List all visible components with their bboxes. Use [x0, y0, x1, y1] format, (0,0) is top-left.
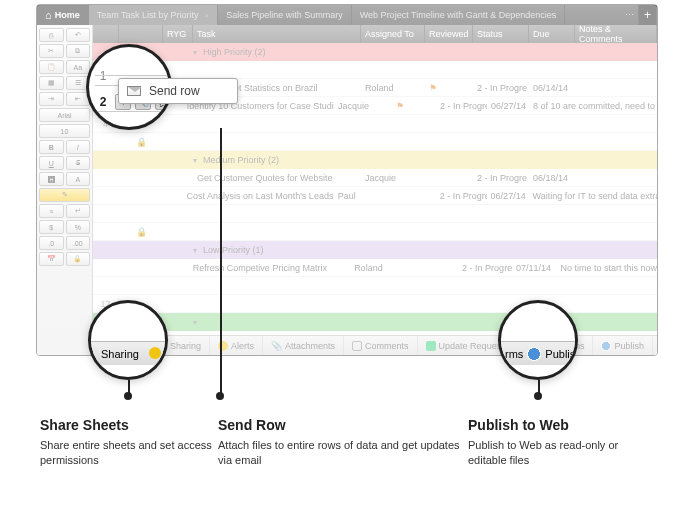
bold-button[interactable]: B — [39, 140, 64, 154]
table-row[interactable]: 🔒 — [93, 133, 657, 151]
tab-add[interactable]: + — [639, 5, 657, 25]
col-status[interactable]: Status — [473, 25, 529, 43]
col-task[interactable]: Task — [193, 25, 361, 43]
highlight-button[interactable]: ✎ — [39, 188, 90, 202]
collapse-icon[interactable]: ▾ — [193, 48, 197, 57]
attachments-button[interactable]: 📎Attachments — [263, 336, 344, 355]
envelope-icon — [127, 86, 141, 96]
tool-paste-icon[interactable]: 📋 — [39, 60, 64, 74]
leader-dot — [534, 392, 542, 400]
tab-timeline[interactable]: Web Project Timeline with Gantt & Depend… — [352, 5, 565, 25]
col-reviewed[interactable]: Reviewed — [425, 25, 473, 43]
sharing-label: Sharing — [101, 348, 139, 360]
group-low-priority[interactable]: ▾Low Priority (1) — [93, 241, 657, 259]
decimal-dec-button[interactable]: .00 — [66, 236, 91, 250]
decimal-inc-button[interactable]: .0 — [39, 236, 64, 250]
group-high-priority[interactable]: ▾High Priority (2) — [93, 43, 657, 61]
leader-dot — [216, 392, 224, 400]
bottom-bar: Sharing Alerts 📎Attachments Comments Upd… — [149, 335, 657, 355]
close-icon[interactable]: × — [205, 11, 210, 20]
tab-tasklist[interactable]: Team Task List by Priority× — [89, 5, 219, 25]
fontsize-select[interactable]: 10 — [39, 124, 90, 138]
table-row[interactable]: Get Customer Quotes for WebsiteJacquie2 … — [93, 169, 657, 187]
collapse-icon[interactable]: ▾ — [193, 156, 197, 165]
group-medium-priority[interactable]: ▾Medium Priority (2) — [93, 151, 657, 169]
send-row-tooltip[interactable]: Send row — [118, 78, 238, 104]
column-headers: RYG Task Assigned To Reviewed Status Due… — [93, 25, 657, 43]
table-row[interactable]: Refresh Competive Pricing MatrixRoland2 … — [93, 259, 657, 277]
table-row[interactable]: 17 — [93, 295, 657, 313]
alerts-button[interactable]: Alerts — [210, 336, 263, 355]
alert-icon — [149, 347, 161, 359]
tool-indent-icon[interactable]: ⇥ — [39, 92, 64, 106]
comments-button[interactable]: Comments — [344, 336, 418, 355]
publish-button[interactable]: Publish — [593, 336, 653, 355]
sheet-grid: RYG Task Assigned To Reviewed Status Due… — [93, 25, 657, 355]
tool-copy-icon[interactable]: ⧉ — [66, 44, 91, 58]
bgcolor-button[interactable]: 🅰 — [39, 172, 64, 186]
table-row[interactable] — [93, 277, 657, 295]
callout-sharing: Sharing A — [88, 300, 168, 380]
tool-grid-icon[interactable]: ▦ — [39, 76, 64, 90]
col-assigned[interactable]: Assigned To — [361, 25, 425, 43]
tool-save-icon[interactable]: ⎙ — [39, 28, 64, 42]
table-row[interactable]: 1 — [93, 61, 657, 79]
lock-button[interactable]: 🔒 — [66, 252, 91, 266]
update-icon — [426, 341, 436, 351]
percent-button[interactable]: % — [66, 220, 91, 234]
table-row[interactable]: 🔒 — [93, 223, 657, 241]
tab-home[interactable]: Home — [37, 5, 89, 25]
collapse-icon[interactable]: ▾ — [193, 246, 197, 255]
table-row[interactable]: Cost Analysis on Last Month's LeadsPaul2… — [93, 187, 657, 205]
align-button[interactable]: ≡ — [39, 204, 64, 218]
attach-icon: 📎 — [271, 341, 282, 351]
col-notes[interactable]: Notes & Comments — [575, 25, 657, 43]
col-due[interactable]: Due — [529, 25, 575, 43]
globe-icon — [527, 347, 541, 361]
leader-dot — [124, 392, 132, 400]
publish-label: Publish — [545, 348, 578, 360]
collapse-icon[interactable]: ▾ — [193, 318, 197, 327]
underline-button[interactable]: U — [39, 156, 64, 170]
globe-icon — [601, 341, 611, 351]
tool-cut-icon[interactable]: ✂ — [39, 44, 64, 58]
caption-publish: Publish to Web Publish to Web as read-on… — [468, 416, 655, 468]
wrap-button[interactable]: ↵ — [66, 204, 91, 218]
captions: Share Sheets Share entire sheets and set… — [40, 416, 655, 468]
textcolor-button[interactable]: A — [66, 172, 91, 186]
callout-publish: rms Publish — [498, 300, 578, 380]
left-toolbar: ⎙↶ ✂⧉ 📋Aa ▦☰ ⇥⇤ Arial 10 BI US̶ 🅰A ✎ ≡↵ … — [37, 25, 93, 355]
tab-overflow[interactable]: ⋯ — [621, 5, 639, 25]
italic-button[interactable]: I — [66, 140, 91, 154]
strike-button[interactable]: S̶ — [66, 156, 91, 170]
table-row[interactable]: 4 — [93, 115, 657, 133]
tab-pipeline[interactable]: Sales Pipeline with Summary — [218, 5, 352, 25]
table-row[interactable] — [93, 205, 657, 223]
currency-button[interactable]: $ — [39, 220, 64, 234]
comment-icon — [352, 341, 362, 351]
tool-undo-icon[interactable]: ↶ — [66, 28, 91, 42]
font-select[interactable]: Arial — [39, 108, 90, 122]
tab-bar: Home Team Task List by Priority× Sales P… — [37, 5, 657, 25]
col-ryg[interactable]: RYG — [163, 25, 193, 43]
caption-sendrow: Send Row Attach files to entire rows of … — [218, 416, 468, 468]
webforms-fragment: rms — [505, 348, 523, 360]
tool-format-icon[interactable]: Aa — [66, 60, 91, 74]
leader-line — [220, 128, 222, 394]
caption-share: Share Sheets Share entire sheets and set… — [40, 416, 218, 468]
date-button[interactable]: 📅 — [39, 252, 64, 266]
